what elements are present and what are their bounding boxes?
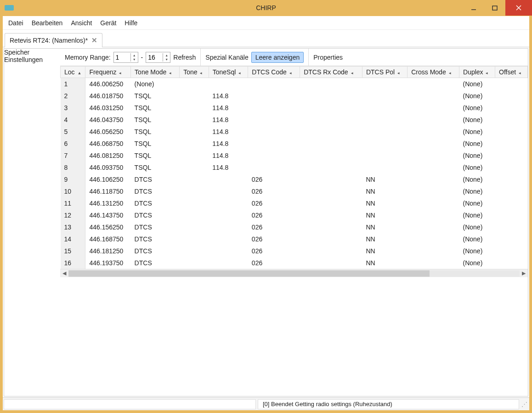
cell-tone[interactable] bbox=[180, 126, 209, 138]
chevron-up-icon[interactable]: ▲ bbox=[163, 53, 170, 57]
cell-tsql[interactable] bbox=[209, 197, 248, 209]
cell-dtcsrx[interactable] bbox=[300, 78, 362, 90]
side-einstellungen[interactable]: Einstellungen bbox=[4, 56, 60, 63]
range-from-input[interactable] bbox=[114, 53, 130, 62]
cell-freq[interactable]: 446.018750 bbox=[85, 90, 131, 102]
cell-dtcsrx[interactable] bbox=[300, 185, 362, 197]
cell-dtcspol[interactable] bbox=[362, 102, 407, 114]
cell-dtcspol[interactable]: NN bbox=[362, 173, 407, 185]
table-row[interactable]: 1446.006250(None)(None) bbox=[61, 78, 528, 90]
cell-dtcspol[interactable]: NN bbox=[362, 233, 407, 245]
cell-tmode[interactable]: DTCS bbox=[131, 173, 180, 185]
cell-dtcs[interactable]: 026 bbox=[248, 257, 300, 269]
cell-offset[interactable] bbox=[495, 209, 528, 221]
cell-dtcs[interactable] bbox=[248, 126, 300, 138]
cell-freq[interactable]: 446.043750 bbox=[85, 114, 131, 126]
cell-dtcspol[interactable] bbox=[362, 90, 407, 102]
table-row[interactable]: 5446.056250TSQL114.8(None) bbox=[61, 126, 528, 138]
cell-cross[interactable] bbox=[407, 173, 459, 185]
column-header[interactable]: Frequenz ◂ bbox=[85, 67, 131, 78]
table-row[interactable]: 13446.156250DTCS026NN(None) bbox=[61, 221, 528, 233]
cell-duplex[interactable]: (None) bbox=[459, 138, 495, 150]
cell-tone[interactable] bbox=[180, 221, 209, 233]
table-row[interactable]: 11446.131250DTCS026NN(None) bbox=[61, 197, 528, 209]
cell-dtcsrx[interactable] bbox=[300, 114, 362, 126]
cell-tmode[interactable]: DTCS bbox=[131, 221, 180, 233]
cell-tone[interactable] bbox=[180, 90, 209, 102]
cell-dtcspol[interactable]: NN bbox=[362, 257, 407, 269]
chevron-down-icon[interactable]: ▼ bbox=[131, 57, 138, 61]
cell-dtcs[interactable]: 026 bbox=[248, 221, 300, 233]
cell-cross[interactable] bbox=[407, 257, 459, 269]
cell-offset[interactable] bbox=[495, 233, 528, 245]
cell-dtcs[interactable] bbox=[248, 114, 300, 126]
table-row[interactable]: 15446.181250DTCS026NN(None) bbox=[61, 245, 528, 257]
cell-duplex[interactable]: (None) bbox=[459, 114, 495, 126]
cell-freq[interactable]: 446.081250 bbox=[85, 150, 131, 162]
cell-dtcspol[interactable] bbox=[362, 78, 407, 90]
cell-tsql[interactable] bbox=[209, 185, 248, 197]
cell-tone[interactable] bbox=[180, 150, 209, 162]
column-header[interactable]: ToneSql ◂ bbox=[209, 67, 248, 78]
cell-tsql[interactable]: 114.8 bbox=[209, 126, 248, 138]
column-header[interactable]: Offset ◂ bbox=[495, 67, 528, 78]
cell-freq[interactable]: 446.181250 bbox=[85, 245, 131, 257]
cell-tsql[interactable] bbox=[209, 209, 248, 221]
cell-dtcsrx[interactable] bbox=[300, 221, 362, 233]
cell-dtcspol[interactable] bbox=[362, 126, 407, 138]
table-row[interactable]: 10446.118750DTCS026NN(None) bbox=[61, 185, 528, 197]
cell-freq[interactable]: 446.156250 bbox=[85, 221, 131, 233]
cell-dtcspol[interactable]: NN bbox=[362, 221, 407, 233]
cell-tone[interactable] bbox=[180, 245, 209, 257]
table-row[interactable]: 7446.081250TSQL114.8(None) bbox=[61, 150, 528, 162]
cell-dtcsrx[interactable] bbox=[300, 245, 362, 257]
cell-loc[interactable]: 16 bbox=[61, 257, 85, 269]
column-header[interactable]: Cross Mode ◂ bbox=[407, 67, 459, 78]
table-row[interactable]: 16446.193750DTCS026NN(None) bbox=[61, 257, 528, 269]
menu-bearbeiten[interactable]: Bearbeiten bbox=[32, 19, 63, 27]
cell-tmode[interactable]: TSQL bbox=[131, 126, 180, 138]
spinner-arrows[interactable]: ▲▼ bbox=[163, 53, 170, 61]
cell-duplex[interactable]: (None) bbox=[459, 126, 495, 138]
cell-duplex[interactable]: (None) bbox=[459, 209, 495, 221]
cell-cross[interactable] bbox=[407, 114, 459, 126]
tab-close-icon[interactable]: ✕ bbox=[91, 36, 97, 45]
cell-freq[interactable]: 446.168750 bbox=[85, 233, 131, 245]
cell-offset[interactable] bbox=[495, 162, 528, 173]
maximize-button[interactable] bbox=[484, 0, 505, 16]
cell-dtcs[interactable]: 026 bbox=[248, 233, 300, 245]
cell-cross[interactable] bbox=[407, 138, 459, 150]
table-row[interactable]: 3446.031250TSQL114.8(None) bbox=[61, 102, 528, 114]
table-row[interactable]: 4446.043750TSQL114.8(None) bbox=[61, 114, 528, 126]
cell-dtcs[interactable] bbox=[248, 138, 300, 150]
cell-offset[interactable] bbox=[495, 126, 528, 138]
cell-offset[interactable] bbox=[495, 78, 528, 90]
column-header[interactable]: Tone ◂ bbox=[180, 67, 209, 78]
cell-tsql[interactable] bbox=[209, 221, 248, 233]
cell-loc[interactable]: 7 bbox=[61, 150, 85, 162]
cell-dtcspol[interactable] bbox=[362, 150, 407, 162]
cell-tsql[interactable]: 114.8 bbox=[209, 114, 248, 126]
cell-dtcspol[interactable] bbox=[362, 162, 407, 173]
cell-dtcs[interactable]: 026 bbox=[248, 209, 300, 221]
cell-cross[interactable] bbox=[407, 185, 459, 197]
cell-duplex[interactable]: (None) bbox=[459, 90, 495, 102]
cell-duplex[interactable]: (None) bbox=[459, 233, 495, 245]
cell-dtcs[interactable]: 026 bbox=[248, 245, 300, 257]
cell-dtcspol[interactable]: NN bbox=[362, 209, 407, 221]
cell-tone[interactable] bbox=[180, 138, 209, 150]
range-to-input[interactable] bbox=[146, 53, 163, 62]
cell-freq[interactable]: 446.068750 bbox=[85, 138, 131, 150]
cell-loc[interactable]: 6 bbox=[61, 138, 85, 150]
cell-dtcsrx[interactable] bbox=[300, 197, 362, 209]
cell-offset[interactable] bbox=[495, 245, 528, 257]
cell-tsql[interactable] bbox=[209, 78, 248, 90]
cell-dtcsrx[interactable] bbox=[300, 138, 362, 150]
cell-tone[interactable] bbox=[180, 102, 209, 114]
cell-dtcspol[interactable]: NN bbox=[362, 245, 407, 257]
cell-offset[interactable] bbox=[495, 114, 528, 126]
cell-tone[interactable] bbox=[180, 233, 209, 245]
table-row[interactable]: 2446.018750TSQL114.8(None) bbox=[61, 90, 528, 102]
cell-duplex[interactable]: (None) bbox=[459, 173, 495, 185]
cell-loc[interactable]: 5 bbox=[61, 126, 85, 138]
